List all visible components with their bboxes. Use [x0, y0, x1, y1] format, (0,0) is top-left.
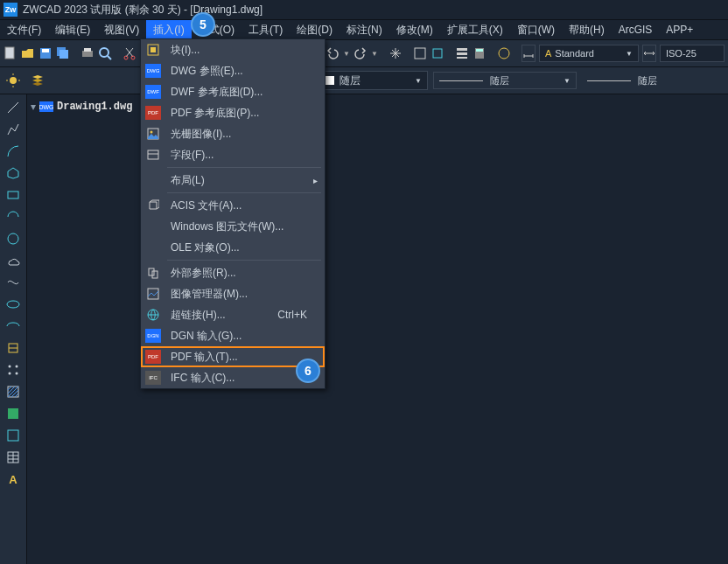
menu-item-hyperlink[interactable]: 超链接(H)... Ctrl+K — [141, 304, 325, 325]
menu-file[interactable]: 文件(F) — [0, 20, 48, 39]
text-a-icon: A — [545, 48, 551, 59]
polyline-tool-icon[interactable] — [4, 120, 23, 139]
menu-draw[interactable]: 绘图(D) — [290, 20, 340, 39]
preview-icon[interactable] — [98, 44, 112, 63]
color-swatch-icon — [326, 76, 334, 85]
menu-dim[interactable]: 标注(N) — [340, 20, 389, 39]
menu-item-imgmgr[interactable]: 图像管理器(M)... — [141, 283, 325, 304]
menu-edit[interactable]: 编辑(E) — [48, 20, 97, 39]
undo-icon[interactable] — [326, 44, 340, 63]
spline-tool-icon[interactable] — [4, 273, 23, 292]
chevron-down-icon: ▼ — [415, 77, 422, 85]
menu-item-xref[interactable]: 外部参照(R)... — [141, 262, 325, 283]
rect-tool-icon[interactable] — [4, 185, 23, 205]
main-area: A ▾ DWG Drawing1.dwg ✕ — [0, 94, 728, 564]
polygon-tool-icon[interactable] — [4, 164, 23, 183]
table-tool-icon[interactable] — [4, 448, 23, 467]
menu-item-acis[interactable]: ACIS 文件(A)... — [141, 195, 325, 216]
menu-item-raster[interactable]: 光栅图像(I)... — [141, 123, 325, 144]
menu-help[interactable]: 帮助(H) — [562, 20, 612, 39]
menu-tools[interactable]: 工具(T) — [242, 20, 290, 39]
menu-item-label: OLE 对象(O)... — [165, 240, 325, 255]
ellipse-tool-icon[interactable] — [4, 295, 23, 314]
menu-arcgis[interactable]: ArcGIS — [612, 20, 660, 39]
cut-icon[interactable] — [122, 44, 136, 63]
open-icon[interactable] — [21, 44, 35, 63]
tool-icon[interactable] — [430, 44, 444, 63]
svg-rect-6 — [84, 48, 91, 52]
menu-item-dgn-import[interactable]: DGN DGN 输入(G)... — [141, 325, 325, 346]
color-select[interactable]: 随层 ▼ — [319, 71, 428, 90]
menu-shortcut: Ctrl+K — [277, 309, 325, 321]
line-tool-icon[interactable] — [4, 98, 23, 117]
region-tool-icon[interactable] — [4, 426, 23, 445]
gradient-tool-icon[interactable] — [4, 404, 23, 423]
menu-item-field[interactable]: 字段(F)... — [141, 144, 325, 165]
dimstyle-select[interactable]: ISO-25 — [660, 45, 724, 62]
menu-separator — [167, 192, 321, 193]
linetype-value: 随层 — [490, 74, 509, 87]
hatch-tool-icon[interactable] — [4, 382, 23, 401]
menu-express[interactable]: 扩展工具(X) — [440, 20, 510, 39]
menu-item-dwf-ref[interactable]: DWF DWF 参考底图(D)... — [141, 81, 325, 102]
acis-icon — [146, 198, 160, 212]
menu-item-ole[interactable]: OLE 对象(O)... — [141, 237, 325, 258]
dimstyle2-icon[interactable] — [642, 45, 656, 62]
menu-item-label: DWG 参照(E)... — [165, 64, 325, 79]
text-tool-icon[interactable]: A — [4, 470, 23, 489]
calc-icon[interactable] — [472, 44, 486, 63]
linetype-select[interactable]: 随层 ▼ — [433, 72, 577, 89]
title-bar: Zw ZWCAD 2023 试用版 (剩余 30 天) - [Drawing1.… — [0, 0, 728, 20]
dimstyle-icon[interactable] — [522, 45, 536, 62]
redo-icon[interactable] — [354, 44, 368, 63]
callout-6: 6 — [296, 359, 320, 383]
point-tool-icon[interactable] — [4, 360, 23, 379]
menu-window[interactable]: 窗口(W) — [510, 20, 562, 39]
chevron-down-icon: ▼ — [626, 50, 633, 58]
properties-icon[interactable] — [455, 44, 469, 63]
chevron-down-icon: ▼ — [564, 77, 570, 85]
menu-insert[interactable]: 插入(I) — [146, 20, 191, 39]
dropdown-arrow-icon[interactable]: ▼ — [343, 50, 350, 58]
dwg-file-icon: DWG — [39, 101, 53, 112]
svg-rect-0 — [5, 47, 14, 59]
ellipsearc-tool-icon[interactable] — [4, 317, 23, 336]
arc-tool-icon[interactable] — [4, 142, 23, 161]
menu-item-wmf[interactable]: Windows 图元文件(W)... — [141, 216, 325, 237]
svg-point-40 — [9, 373, 11, 375]
arc2-tool-icon[interactable] — [4, 207, 23, 226]
sun-icon[interactable] — [4, 71, 23, 90]
svg-rect-16 — [433, 49, 442, 58]
lineweight-select[interactable]: 随层 — [582, 73, 662, 88]
menu-item-pdf-ref[interactable]: PDF PDF 参考底图(P)... — [141, 102, 325, 123]
collapse-arrow-icon[interactable]: ▾ — [31, 101, 36, 113]
misc-icon[interactable] — [497, 44, 511, 63]
dropdown-arrow-icon[interactable]: ▼ — [371, 50, 378, 58]
cloud-tool-icon[interactable] — [4, 251, 23, 270]
layer-prop-icon[interactable] — [28, 71, 47, 90]
new-icon[interactable] — [4, 44, 18, 63]
circle-tool-icon[interactable] — [4, 229, 23, 248]
menu-item-layout[interactable]: 布局(L) ▸ — [141, 170, 325, 191]
menu-item-block[interactable]: 块(I)... — [141, 39, 325, 60]
menu-item-label: 块(I)... — [165, 43, 325, 58]
document-tab[interactable]: ▾ DWG Drawing1.dwg — [31, 98, 132, 115]
textstyle-select[interactable]: A Standard ▼ — [539, 45, 639, 62]
print-icon[interactable] — [80, 44, 94, 63]
saveall-icon[interactable] — [56, 44, 70, 63]
menu-item-label: 字段(F)... — [165, 148, 325, 163]
tool-icon[interactable] — [413, 44, 427, 63]
menu-item-label: DGN 输入(G)... — [165, 329, 325, 344]
menu-item-dwg-ref[interactable]: DWG DWG 参照(E)... — [141, 60, 325, 81]
menu-view[interactable]: 视图(V) — [97, 20, 146, 39]
svg-point-41 — [16, 373, 18, 375]
svg-rect-21 — [476, 49, 483, 52]
drawing-area[interactable]: ▾ DWG Drawing1.dwg ✕ — [27, 94, 728, 564]
menu-item-label: Windows 图元文件(W)... — [165, 219, 325, 234]
menu-modify[interactable]: 修改(M) — [389, 20, 440, 39]
block-tool-icon[interactable] — [4, 338, 23, 358]
save-icon[interactable] — [38, 44, 52, 63]
pan-icon[interactable] — [388, 44, 402, 63]
menu-appplus[interactable]: APP+ — [659, 20, 700, 39]
xref-icon — [146, 266, 160, 280]
